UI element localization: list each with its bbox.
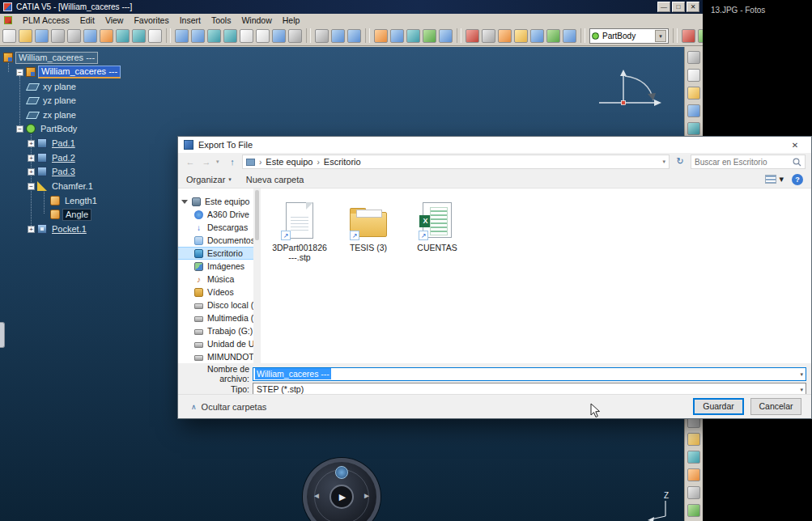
chevron-down-icon[interactable]: ▾: [800, 387, 803, 393]
sidebar-item-music[interactable]: ♪ Música: [178, 273, 261, 286]
dialog-close-button[interactable]: ✕: [784, 141, 806, 150]
sketch-grid-icon[interactable]: [687, 69, 700, 82]
compass-tool-icon[interactable]: [482, 29, 495, 43]
file-name[interactable]: 3DPart001826 ---.stp: [270, 243, 329, 262]
globe-icon[interactable]: [335, 466, 348, 479]
file-item-folder[interactable]: ↗ TESIS (3): [338, 199, 399, 252]
forward-button[interactable]: →: [200, 155, 213, 168]
sidebar-item-multimedia[interactable]: Multimedia (F:): [178, 311, 261, 324]
tree-row-angle[interactable]: Angle: [50, 209, 91, 220]
view-cube-icon[interactable]: [687, 51, 700, 64]
expand-chevron-icon[interactable]: [181, 200, 188, 204]
breadcrumb[interactable]: › Este equipo › Escritorio ▾: [242, 155, 670, 169]
cancel-button[interactable]: Cancelar: [750, 398, 801, 415]
hide-show-icon[interactable]: [347, 29, 361, 43]
tree-row-zx-plane[interactable]: zx plane: [28, 109, 79, 121]
expander-plus-icon[interactable]: [28, 168, 35, 176]
up-button[interactable]: ↑: [226, 155, 239, 168]
expander-plus-icon[interactable]: [28, 155, 35, 162]
combo-dropdown-icon[interactable]: ▾: [655, 30, 666, 42]
panel-handle[interactable]: [0, 322, 5, 348]
sidebar-item-local-disk[interactable]: Disco local (C:): [178, 299, 261, 311]
sidebar-item-this-pc[interactable]: Este equipo: [178, 195, 261, 208]
search-input[interactable]: [695, 158, 790, 167]
expander-minus-icon[interactable]: [16, 69, 23, 76]
expander-minus-icon[interactable]: [28, 183, 35, 190]
view-compass[interactable]: [585, 66, 669, 120]
wireframe-icon[interactable]: [315, 29, 329, 43]
file-item-excel[interactable]: ↗ CUENTAS: [406, 199, 468, 252]
tree-row-pad2[interactable]: Pad.2: [28, 152, 78, 163]
scrollbar-thumb[interactable]: [255, 190, 259, 240]
tree-label[interactable]: Angle: [62, 209, 91, 221]
navigation-ball[interactable]: ▶ ◄ ► ▼: [303, 458, 380, 521]
snap-icon[interactable]: [530, 29, 544, 43]
breadcrumb-root[interactable]: Este equipo: [266, 157, 312, 167]
hide-folders-button[interactable]: ∧ Ocultar carpetas: [191, 402, 266, 412]
rotate-left-icon[interactable]: ◄: [312, 491, 321, 500]
expander-plus-icon[interactable]: [28, 226, 35, 233]
menu-view[interactable]: View: [105, 15, 124, 25]
tree-row-pad1[interactable]: Pad.1: [28, 138, 78, 149]
tree-label[interactable]: Pad.3: [49, 167, 78, 177]
tree-filter-icon[interactable]: [563, 29, 576, 43]
sidebar-item-documents[interactable]: Documentos: [178, 234, 261, 247]
close-button[interactable]: ✕: [687, 2, 699, 12]
tree-row-pad3[interactable]: Pad.3: [28, 166, 78, 177]
tree-row-pocket[interactable]: Pocket.1: [28, 223, 89, 235]
tree-row-chamfer[interactable]: Chamfer.1: [28, 180, 96, 192]
tree-label[interactable]: Length1: [62, 196, 100, 206]
tree-label-selected[interactable]: William_caceres ---: [38, 66, 121, 78]
menu-favorites[interactable]: Favorites: [134, 15, 168, 25]
tree-label[interactable]: PartBody: [38, 124, 79, 134]
tree-label[interactable]: Chamfer.1: [49, 181, 96, 192]
fly-mode-icon[interactable]: [175, 29, 189, 43]
ruler-strip-icon[interactable]: [687, 87, 700, 100]
sidebar-item-videos[interactable]: Vídeos: [178, 286, 261, 299]
tree-label[interactable]: yz plane: [40, 95, 79, 106]
normal-view-icon[interactable]: [272, 29, 286, 43]
filename-input[interactable]: William_caceres --- ▾: [253, 367, 806, 381]
formula-icon[interactable]: [546, 29, 560, 43]
search-box[interactable]: [691, 155, 806, 169]
measure-icon[interactable]: [514, 29, 528, 43]
plane-strip-icon[interactable]: [687, 122, 700, 135]
catalog-icon[interactable]: [466, 29, 479, 43]
file-name[interactable]: CUENTAS: [417, 243, 457, 252]
breadcrumb-current[interactable]: Escritorio: [324, 157, 361, 167]
organize-button[interactable]: Organizar ▾: [186, 175, 232, 184]
manikin-icon[interactable]: [498, 29, 512, 43]
paste-icon[interactable]: [100, 29, 113, 43]
print-icon[interactable]: [51, 29, 65, 43]
copy-icon[interactable]: [83, 29, 97, 43]
paint-icon[interactable]: [682, 29, 695, 43]
save-icon[interactable]: [35, 29, 49, 43]
chevron-down-icon[interactable]: ▾: [800, 371, 803, 378]
tree-row-part[interactable]: William_caceres ---: [16, 66, 121, 78]
breadcrumb-dropdown-icon[interactable]: ▾: [662, 159, 665, 165]
help-button[interactable]: ?: [792, 174, 803, 185]
sidebar-item-pictures[interactable]: Imágenes: [178, 260, 261, 273]
sidebar-item-desktop[interactable]: Escritorio: [178, 247, 261, 260]
axis-tripod-icon[interactable]: [687, 504, 700, 517]
open-icon[interactable]: [19, 29, 32, 43]
menu-insert[interactable]: Insert: [180, 15, 201, 25]
sidebar-item-trabajo[interactable]: Trabajo (G:): [178, 324, 261, 337]
new-folder-button[interactable]: Nueva carpeta: [246, 175, 304, 184]
redo-icon[interactable]: [132, 29, 146, 43]
knowledge-icon[interactable]: [439, 29, 453, 43]
maximize-button[interactable]: □: [672, 2, 685, 12]
tree-row-root[interactable]: William_caceres ---: [3, 52, 98, 63]
camera-icon[interactable]: [687, 486, 700, 499]
rotate-icon[interactable]: [223, 29, 237, 43]
world-icon[interactable]: [406, 29, 420, 43]
menu-help[interactable]: Help: [283, 15, 300, 25]
sidebar-item-usb[interactable]: Unidad de USB (: [178, 337, 261, 350]
sidebar-item-a360[interactable]: A360 Drive: [178, 208, 261, 221]
tree-label[interactable]: xy plane: [40, 82, 79, 92]
sketcher-icon[interactable]: [374, 29, 388, 43]
expander-plus-icon[interactable]: [28, 140, 35, 147]
sidebar-item-downloads[interactable]: ↓ Descargas: [178, 221, 261, 234]
tree-label[interactable]: Pad.2: [49, 153, 78, 163]
analysis-icon[interactable]: [423, 29, 436, 43]
